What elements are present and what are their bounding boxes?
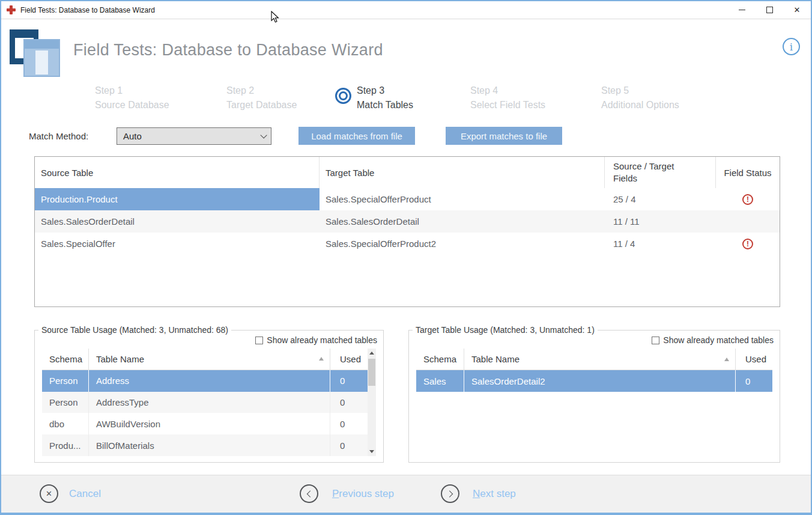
chevron-left-icon: [306, 490, 313, 497]
table-name-cell[interactable]: SalesOrderDetail2: [464, 370, 736, 392]
show-matched-checkbox[interactable]: [255, 337, 263, 344]
minimize-icon: [739, 10, 745, 11]
status-cell[interactable]: [716, 210, 780, 233]
app-plus-icon: [7, 5, 16, 14]
list-item[interactable]: Sales SalesOrderDetail2 0: [416, 370, 772, 392]
maximize-button[interactable]: [756, 1, 783, 19]
usage-table-header: Schema Table Name Used: [416, 349, 772, 370]
table-name-cell[interactable]: BillOfMaterials: [89, 434, 330, 456]
minimize-button[interactable]: [728, 1, 756, 19]
close-icon: ✕: [794, 5, 801, 14]
show-matched-tables-option[interactable]: Show already matched tables: [255, 335, 377, 345]
table-row[interactable]: Sales.SalesOrderDetail Sales.SalesOrderD…: [35, 210, 780, 233]
column-header-field-status[interactable]: Field Status: [716, 157, 780, 188]
match-table: Source Table Target Table Source / Targe…: [34, 156, 780, 307]
match-method-label: Match Method:: [29, 131, 88, 141]
checkbox-label: Show already matched tables: [663, 335, 774, 345]
column-header-schema[interactable]: Schema: [416, 349, 464, 370]
previous-step-button[interactable]: [300, 484, 318, 503]
schema-cell[interactable]: dbo: [42, 413, 89, 434]
target-table-usage-group: Target Table Usage (Matched: 3, Unmatche…: [408, 330, 780, 463]
next-step-label[interactable]: Next step: [473, 488, 516, 500]
schema-cell[interactable]: Sales: [416, 370, 464, 392]
vertical-scrollbar[interactable]: [368, 349, 376, 456]
error-status-icon: !: [742, 194, 753, 205]
column-header-used[interactable]: Used: [736, 349, 772, 370]
target-cell[interactable]: Sales.SpecialOfferProduct: [320, 188, 605, 210]
column-header-table-name[interactable]: Table Name: [89, 349, 330, 370]
next-step-button[interactable]: [441, 484, 459, 503]
chevron-down-icon: [260, 132, 267, 138]
load-matches-button[interactable]: Load matches from file: [298, 127, 415, 145]
schema-cell[interactable]: Person: [42, 370, 89, 392]
schema-cell[interactable]: Person: [42, 392, 89, 413]
source-cell[interactable]: Production.Product: [35, 188, 320, 210]
used-cell[interactable]: 0: [330, 434, 368, 456]
step-1-source-database: Step 1 Source Database: [95, 84, 169, 112]
match-method-value: Auto: [123, 131, 142, 141]
used-cell[interactable]: 0: [736, 370, 772, 392]
wizard-steps: Step 1 Source Database Step 2 Target Dat…: [1, 84, 811, 114]
column-header-target-table[interactable]: Target Table: [320, 157, 605, 188]
fields-cell[interactable]: 25 / 4: [605, 188, 716, 210]
usage-table-header: Schema Table Name Used: [42, 349, 368, 370]
maximize-icon: [766, 7, 773, 13]
list-item[interactable]: Person Address 0: [42, 370, 368, 392]
target-usage-table: Schema Table Name Used Sales SalesOrderD…: [416, 349, 772, 456]
status-cell[interactable]: !: [716, 233, 780, 255]
title-bar: Field Tests: Database to Database Wizard…: [1, 1, 811, 19]
scrollbar-thumb[interactable]: [368, 359, 375, 386]
scroll-down-button[interactable]: [368, 447, 376, 456]
source-cell[interactable]: Sales.SalesOrderDetail: [35, 210, 320, 233]
group-legend: Source Table Usage (Matched: 3, Unmatche…: [38, 325, 231, 335]
column-header-source-table[interactable]: Source Table: [35, 157, 320, 188]
cancel-x-icon: ✕: [46, 489, 52, 498]
scroll-up-icon: [369, 352, 374, 355]
show-matched-checkbox[interactable]: [652, 337, 659, 344]
used-cell[interactable]: 0: [330, 370, 368, 392]
fields-cell[interactable]: 11 / 4: [605, 233, 716, 255]
step-4-select-field-tests: Step 4 Select Field Tests: [470, 84, 545, 112]
column-header-source-target-fields[interactable]: Source / Target Fields: [605, 157, 716, 188]
table-name-cell[interactable]: Address: [89, 370, 330, 392]
scroll-up-button[interactable]: [368, 349, 376, 358]
target-cell[interactable]: Sales.SpecialOfferProduct2: [320, 233, 605, 255]
match-table-header: Source Table Target Table Source / Targe…: [35, 157, 780, 188]
export-matches-button[interactable]: Export matches to file: [446, 127, 562, 145]
table-name-cell[interactable]: AddressType: [89, 392, 330, 413]
cancel-button[interactable]: ✕: [40, 484, 58, 503]
info-icon[interactable]: i: [783, 38, 800, 55]
sort-ascending-icon: [319, 357, 324, 361]
source-table-usage-group: Source Table Usage (Matched: 3, Unmatche…: [34, 330, 384, 463]
footer-bar: ✕ Cancel Previous step Next step: [1, 475, 811, 513]
step-2-target-database: Step 2 Target Database: [226, 84, 297, 112]
previous-step-label[interactable]: Previous step: [332, 488, 394, 500]
cancel-label[interactable]: Cancel: [69, 488, 101, 500]
checkbox-label: Show already matched tables: [267, 335, 377, 345]
column-header-schema[interactable]: Schema: [42, 349, 89, 370]
error-status-icon: !: [742, 239, 753, 249]
used-cell[interactable]: 0: [330, 413, 368, 434]
list-item[interactable]: Produ... BillOfMaterials 0: [42, 434, 368, 456]
app-logo-icon: [10, 28, 60, 77]
source-cell[interactable]: Sales.SpecialOffer: [35, 233, 320, 255]
column-header-table-name[interactable]: Table Name: [464, 349, 736, 370]
used-cell[interactable]: 0: [330, 392, 368, 413]
table-row[interactable]: Production.Product Sales.SpecialOfferPro…: [35, 188, 780, 210]
table-row[interactable]: Sales.SpecialOffer Sales.SpecialOfferPro…: [35, 233, 780, 255]
list-item[interactable]: dbo AWBuildVersion 0: [42, 413, 368, 434]
group-legend: Target Table Usage (Matched: 3, Unmatche…: [413, 325, 598, 335]
list-item[interactable]: Person AddressType 0: [42, 392, 368, 413]
fields-cell[interactable]: 11 / 11: [605, 210, 716, 233]
scrollbar-track[interactable]: [368, 358, 376, 447]
column-header-used[interactable]: Used: [330, 349, 368, 370]
schema-cell[interactable]: Produ...: [42, 434, 89, 456]
active-step-ring-icon: [335, 88, 351, 104]
status-cell[interactable]: !: [716, 188, 780, 210]
close-button[interactable]: ✕: [783, 1, 811, 19]
match-method-select[interactable]: Auto: [117, 127, 271, 145]
target-cell[interactable]: Sales.SalesOrderDetail: [320, 210, 605, 233]
show-matched-tables-option[interactable]: Show already matched tables: [652, 335, 774, 345]
table-name-cell[interactable]: AWBuildVersion: [89, 413, 330, 434]
page-title: Field Tests: Database to Database Wizard: [73, 41, 383, 59]
